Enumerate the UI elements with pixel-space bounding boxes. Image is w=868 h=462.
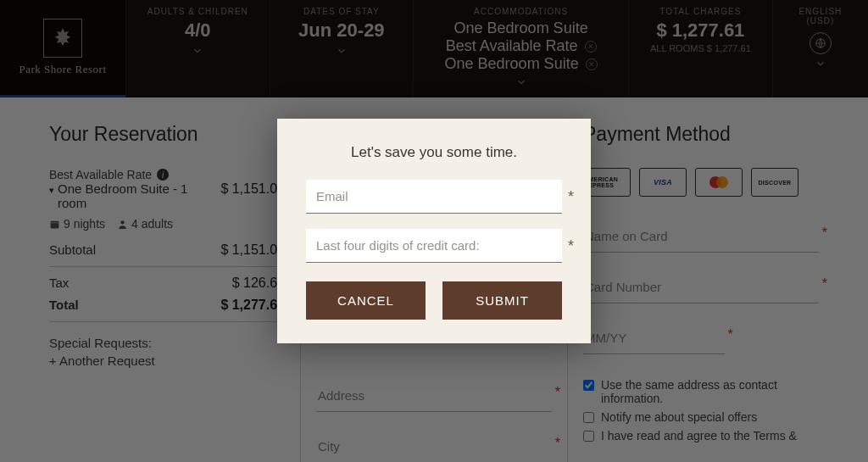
cancel-button[interactable]: CANCEL [306, 281, 426, 320]
modal-email-input[interactable] [306, 180, 562, 214]
required-icon: * [568, 188, 574, 206]
required-icon: * [568, 237, 574, 255]
save-time-modal: Let's save you some time. * * CANCEL SUB… [277, 119, 591, 343]
modal-cc4-input[interactable] [306, 229, 562, 263]
modal-title: Let's save you some time. [306, 144, 562, 161]
modal-overlay[interactable]: Let's save you some time. * * CANCEL SUB… [0, 0, 868, 462]
submit-button[interactable]: SUBMIT [442, 281, 562, 320]
